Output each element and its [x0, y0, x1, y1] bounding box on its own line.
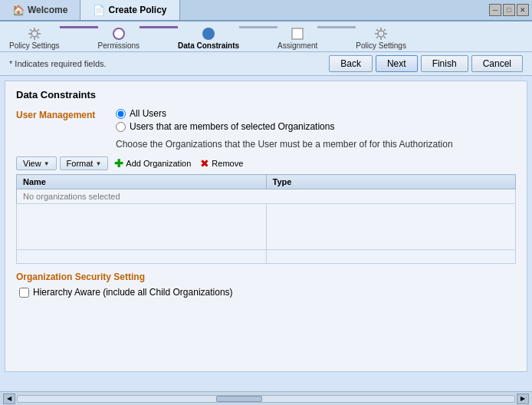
policy-icon: 📄	[93, 5, 105, 16]
tab-welcome-label: Welcome	[28, 5, 67, 15]
svg-point-10	[203, 28, 214, 39]
svg-line-19	[384, 29, 386, 31]
scroll-right-button[interactable]: ▶	[517, 393, 529, 404]
radio-org-members[interactable]	[116, 122, 126, 132]
step-policy-settings-2: Policy Settings	[356, 26, 406, 50]
remove-button[interactable]: ✖ Remove	[197, 156, 246, 171]
radio-all-users-label[interactable]: All Users	[130, 108, 166, 119]
table-footer-row	[17, 250, 516, 264]
col-type: Type	[266, 175, 516, 189]
step-label-2: Permissions	[98, 41, 140, 50]
table-empty-row: No organizations selected	[17, 189, 516, 204]
step-label-4: Assignment	[277, 41, 317, 50]
action-bar: * Indicates required fields. Back Next F…	[0, 52, 532, 76]
step-data-constraints: Data Constraints	[178, 26, 239, 50]
next-button[interactable]: Next	[376, 55, 418, 72]
step-circle-permissions-icon	[112, 27, 126, 41]
svg-line-18	[384, 37, 386, 38]
user-management-label: User Management	[16, 108, 116, 120]
view-chevron-icon: ▼	[44, 160, 50, 167]
table-section: View ▼ Format ▼ ✚ Add Organization ✖ Rem…	[16, 156, 516, 264]
format-button[interactable]: Format ▼	[60, 156, 109, 170]
cancel-button[interactable]: Cancel	[471, 55, 523, 72]
window-controls: ─ □ ✕	[489, 0, 532, 20]
step-line-3	[239, 26, 277, 28]
minimize-button[interactable]: ─	[489, 4, 501, 16]
step-permissions: Permissions	[98, 26, 140, 50]
add-icon: ✚	[114, 157, 123, 170]
svg-line-6	[37, 37, 38, 38]
step-circle-data-icon	[202, 27, 215, 41]
wizard-steps: Policy Settings Permissions Data Constra…	[0, 21, 532, 52]
step-line-2	[140, 26, 178, 28]
add-organization-button[interactable]: ✚ Add Organization	[111, 156, 194, 171]
format-chevron-icon: ▼	[95, 160, 101, 167]
svg-line-20	[376, 37, 378, 38]
close-button[interactable]: ✕	[517, 4, 529, 16]
toolbar: View ▼ Format ▼ ✚ Add Organization ✖ Rem…	[16, 156, 516, 171]
tab-create-policy[interactable]: 📄 Create Policy	[80, 0, 179, 20]
step-policy-settings-1: Policy Settings	[9, 26, 60, 50]
bottom-scrollbar: ◀ ▶	[0, 391, 532, 405]
scroll-track[interactable]	[17, 395, 515, 403]
svg-rect-11	[292, 28, 303, 39]
finish-button[interactable]: Finish	[421, 55, 468, 72]
tab-create-policy-label: Create Policy	[108, 5, 166, 15]
main-content: Data Constraints User Management All Use…	[5, 81, 527, 372]
user-management-controls: All Users Users that are members of sele…	[116, 108, 516, 134]
svg-line-17	[376, 29, 378, 31]
required-fields-text: * Indicates required fields.	[9, 59, 329, 68]
svg-point-0	[31, 31, 38, 37]
hierarchy-aware-label[interactable]: Hierarchy Aware (include all Child Organ…	[33, 287, 233, 298]
step-assignment: Assignment	[277, 26, 317, 50]
view-button[interactable]: View ▼	[16, 156, 57, 170]
table-spacer-cell-1	[17, 204, 267, 250]
section-title: Data Constraints	[16, 89, 516, 100]
svg-line-7	[37, 29, 38, 31]
view-label: View	[23, 159, 41, 168]
col-name: Name	[17, 175, 267, 189]
user-management-row: User Management All Users Users that are…	[16, 108, 516, 134]
table-spacer-cell-2	[266, 204, 516, 250]
organizations-table: Name Type No organizations selected	[16, 174, 516, 264]
step-label-3: Data Constraints	[178, 41, 239, 50]
hierarchy-aware-checkbox[interactable]	[19, 288, 29, 298]
radio-org-members-label[interactable]: Users that are members of selected Organ…	[130, 121, 334, 132]
format-label: Format	[67, 159, 94, 168]
welcome-icon: 🏠	[12, 5, 25, 16]
radio-org-members-row: Users that are members of selected Organ…	[116, 121, 516, 132]
scroll-thumb[interactable]	[216, 396, 262, 402]
table-header-row: Name Type	[17, 175, 516, 189]
remove-label: Remove	[212, 159, 243, 168]
radio-all-users[interactable]	[116, 109, 126, 119]
svg-point-9	[113, 28, 124, 39]
tab-welcome[interactable]: 🏠 Welcome	[0, 0, 80, 20]
back-button[interactable]: Back	[329, 55, 373, 72]
step-line-4	[317, 26, 356, 28]
step-label-5: Policy Settings	[356, 41, 406, 50]
table-spacer-row	[17, 204, 516, 250]
hierarchy-aware-row: Hierarchy Aware (include all Child Organ…	[19, 287, 516, 298]
scroll-left-button[interactable]: ◀	[3, 393, 15, 404]
table-footer-cell-2	[266, 250, 516, 264]
maximize-button[interactable]: □	[503, 4, 515, 16]
table-empty-message: No organizations selected	[17, 189, 516, 204]
table-body: No organizations selected	[17, 189, 516, 264]
gear-icon-2	[373, 26, 389, 41]
add-organization-label: Add Organization	[126, 159, 191, 168]
org-description: Choose the Organizations that the User m…	[116, 139, 516, 150]
table-header: Name Type	[17, 175, 516, 189]
org-security-label: Organization Security Setting	[16, 272, 516, 282]
svg-line-8	[30, 37, 31, 38]
tab-bar: 🏠 Welcome 📄 Create Policy ─ □ ✕	[0, 0, 532, 21]
remove-icon: ✖	[200, 157, 209, 170]
step-circle-assignment-icon	[291, 27, 304, 41]
radio-all-users-row: All Users	[116, 108, 516, 119]
svg-point-12	[378, 31, 384, 37]
action-buttons: Back Next Finish Cancel	[329, 55, 523, 72]
gear-icon	[27, 26, 42, 41]
step-label-1: Policy Settings	[9, 41, 60, 50]
svg-line-5	[30, 29, 31, 31]
table-footer-cell-1	[17, 250, 267, 264]
step-line-1	[60, 26, 98, 28]
